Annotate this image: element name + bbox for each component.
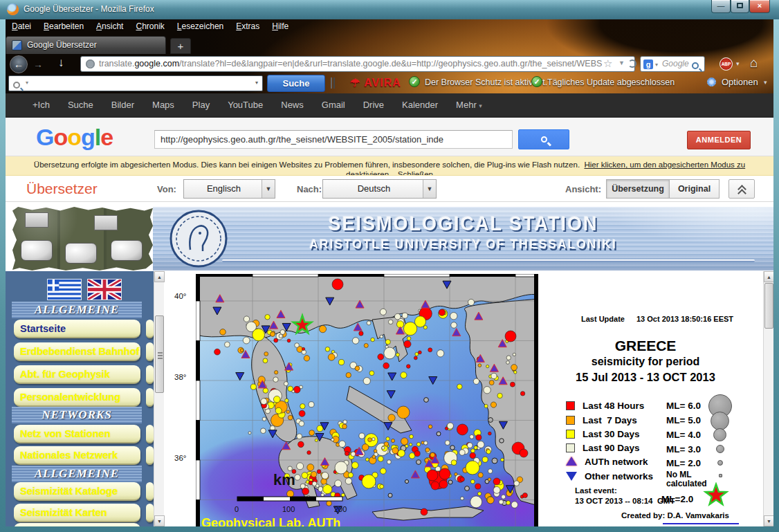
site-banner: SEISMOLOGICAL STATION ARISTOTLE UNIVERSI…: [153, 207, 773, 270]
view-original-button[interactable]: Original: [670, 179, 720, 199]
minimize-button[interactable]: —: [711, 0, 731, 13]
browser-search-box[interactable]: g ▾ Google: [640, 56, 705, 72]
avira-field-dropdown-icon[interactable]: ▾: [255, 80, 258, 86]
menu-bearbeiten[interactable]: Bearbeiten: [44, 21, 84, 31]
scroll-down-icon[interactable]: ▼: [764, 515, 773, 526]
view-translation-button[interactable]: Übersetzung: [606, 179, 670, 199]
menu-chronik[interactable]: Chronik: [136, 21, 164, 31]
sidebar-item-geophysik[interactable]: Abt. für Geophysik: [14, 365, 140, 384]
menu-lesezeichen[interactable]: Lesezeichen: [177, 21, 223, 31]
sidebar-item-sliver[interactable]: [146, 342, 154, 361]
sidebar-item-sliver[interactable]: [146, 446, 154, 465]
menu-extras[interactable]: Extras: [236, 21, 259, 31]
legend-swatch-30d: [566, 430, 575, 439]
disable-sandbox-link[interactable]: Hier klicken, um den abgesicherten Modus…: [584, 160, 745, 169]
url-input-field[interactable]: [154, 130, 513, 149]
collapse-toolbar-button[interactable]: [728, 179, 755, 199]
sidebar-item-sliver[interactable]: [146, 365, 154, 384]
adblock-icon[interactable]: ABP: [720, 57, 733, 71]
sidebar-item-personal[interactable]: Personalentwicklung: [14, 388, 140, 407]
sidebar-item-sliver[interactable]: [146, 425, 154, 443]
gnav-kalender[interactable]: Kalender: [402, 100, 438, 110]
other-network-triangle-icon: [566, 472, 577, 481]
legend-title: GREECE: [542, 338, 749, 354]
chevron-down-icon: ▼: [262, 180, 275, 198]
sidebar-item-national[interactable]: Nationales Netzwerk: [14, 446, 140, 465]
avira-search-caret-icon[interactable]: ▾: [26, 80, 28, 86]
download-arrow-icon[interactable]: ↓: [58, 56, 64, 70]
scroll-up-icon[interactable]: ▲: [764, 271, 773, 282]
avira-options-button[interactable]: Optionen: [722, 77, 758, 87]
translate-header: Google ANMELDEN: [6, 118, 773, 156]
sidebar-item-clipped[interactable]: [14, 523, 140, 526]
legend-last-event-star-icon: [703, 482, 729, 508]
google-logo: Google: [36, 123, 113, 151]
credit-email-clipped[interactable]: [663, 523, 739, 524]
sidebar-item-sliver[interactable]: [146, 320, 154, 338]
search-icon[interactable]: [692, 59, 699, 72]
translate-favicon: [12, 40, 22, 51]
new-tab-button[interactable]: +: [170, 38, 191, 54]
toolbar-grip[interactable]: [331, 77, 335, 89]
google-nav-bar: +IchSucheBilderMapsPlayYouTubeNewsGmailD…: [6, 93, 773, 118]
gnav-maps[interactable]: Maps: [152, 100, 174, 110]
reload-icon[interactable]: [628, 59, 636, 68]
uk-flag-icon[interactable]: [87, 279, 122, 300]
main-scrollbar[interactable]: ▲ ▼: [763, 271, 773, 526]
translate-search-button[interactable]: [518, 129, 569, 149]
avira-umbrella-icon: ☂: [350, 77, 364, 89]
notice-text: Übersetzung erfolgte im abgesicherten Mo…: [34, 160, 580, 169]
close-button[interactable]: ×: [749, 0, 770, 13]
url-bar[interactable]: translate.google.com/translate?hl=de&lan…: [80, 56, 635, 72]
sidebar-scrollbar[interactable]: ▲ ▼: [154, 271, 164, 526]
gnav-drive[interactable]: Drive: [363, 100, 384, 110]
forward-button[interactable]: →: [33, 59, 43, 70]
sidebar-item-kataloge[interactable]: Seismizität Kataloge: [14, 482, 140, 501]
gnav-play[interactable]: Play: [192, 100, 210, 110]
bookmark-star-icon[interactable]: ☆: [603, 57, 612, 70]
legend-label-48h: Last 48 Hours: [583, 401, 644, 411]
avira-options-caret-icon[interactable]: ▾: [764, 79, 767, 86]
seismicity-map[interactable]: km 0 100 200 Geophysical Lab. AUTh: [196, 274, 538, 526]
sidebar-item-sliver[interactable]: [146, 388, 154, 407]
home-icon[interactable]: ⌂: [750, 55, 758, 71]
maximize-button[interactable]: [731, 0, 749, 13]
sidebar-item-karten[interactable]: Seismizität Karten: [14, 504, 140, 522]
scroll-up-icon[interactable]: ▲: [154, 271, 165, 282]
url-path: /translate?hl=de&langpair=en|de&rurl=tra…: [179, 59, 602, 68]
disable-sandbox-link-2[interactable]: deaktivieren: [346, 170, 389, 176]
menu-hilfe[interactable]: Hilfe: [272, 21, 288, 31]
gnav-bilder[interactable]: Bilder: [111, 100, 134, 110]
menu-datei[interactable]: Datei: [12, 21, 31, 31]
adblock-dropdown-icon[interactable]: ▾: [736, 60, 740, 67]
urlbar-dropdown-icon[interactable]: ▼: [618, 59, 625, 66]
url-domain: google.com: [134, 59, 179, 68]
scrollbar-thumb[interactable]: [155, 315, 164, 393]
sidebar-item-sliver[interactable]: [146, 504, 154, 522]
sidebar-item-startseite[interactable]: Startseite: [14, 320, 140, 338]
sidebar-item-netz[interactable]: Netz von Stationen: [14, 425, 140, 443]
translator-title: Übersetzer: [26, 181, 98, 197]
avira-search-input[interactable]: ▾ ▾: [8, 75, 263, 91]
avira-search-button[interactable]: Suche: [267, 75, 325, 92]
back-button[interactable]: ←: [10, 55, 28, 73]
signin-button[interactable]: ANMELDEN: [687, 131, 751, 149]
gnav-news[interactable]: News: [281, 100, 304, 110]
gnav-mehr[interactable]: Mehr ▾: [456, 100, 482, 110]
sidebar-item-sliver[interactable]: [146, 482, 154, 501]
menu-ansicht[interactable]: Ansicht: [96, 21, 123, 31]
greek-flag-icon[interactable]: [47, 279, 82, 300]
scroll-down-icon[interactable]: ▼: [154, 515, 165, 526]
to-language-select[interactable]: Deutsch▼: [322, 179, 437, 199]
sidebar-item-erdbebendienst[interactable]: Erdbebendienst Bahnhof: [14, 342, 140, 361]
legend-noml-label: No MLcalculated: [666, 470, 707, 488]
close-notice-link[interactable]: Schließen: [398, 170, 433, 176]
scrollbar-thumb[interactable]: [764, 283, 773, 329]
gnav-suche[interactable]: Suche: [68, 100, 93, 110]
search-engine-dropdown-icon[interactable]: ▾: [655, 62, 658, 68]
active-tab[interactable]: Google Übersetzer: [6, 36, 166, 54]
from-language-select[interactable]: Englisch▼: [183, 179, 275, 199]
gnav-gmail[interactable]: Gmail: [322, 100, 345, 110]
gnav-youtube[interactable]: YouTube: [228, 100, 263, 110]
gnav-ich[interactable]: +Ich: [33, 100, 50, 110]
